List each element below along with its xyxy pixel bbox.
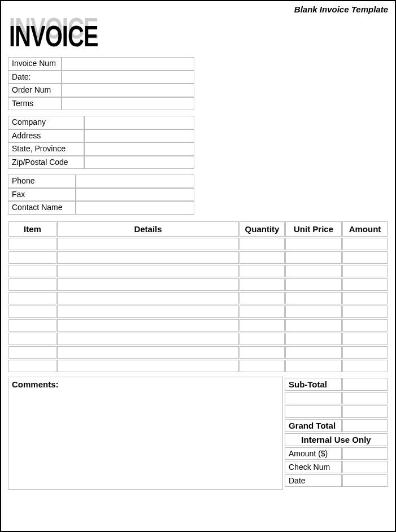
table-cell[interactable]	[8, 251, 56, 264]
label-extra-2[interactable]	[285, 405, 342, 418]
table-cell[interactable]	[240, 238, 285, 250]
table-cell[interactable]	[57, 306, 239, 318]
value-zip[interactable]	[84, 156, 194, 169]
row-internal-date: Date	[285, 474, 388, 487]
table-cell[interactable]	[240, 278, 285, 291]
row-internal-check: Check Num	[285, 461, 388, 473]
table-cell[interactable]	[57, 278, 239, 291]
table-cell[interactable]	[57, 238, 239, 250]
header-details: Details	[57, 221, 239, 237]
table-cell[interactable]	[285, 319, 342, 332]
value-date[interactable]	[62, 71, 194, 84]
invoice-page: Blank Invoice Template INVOICE INVOICE I…	[0, 0, 396, 532]
table-cell[interactable]	[240, 319, 285, 332]
table-row	[8, 346, 388, 359]
table-row	[8, 292, 388, 304]
table-cell[interactable]	[285, 278, 342, 291]
row-phone: Phone	[8, 175, 194, 188]
table-cell[interactable]	[57, 319, 239, 332]
table-cell[interactable]	[57, 251, 239, 264]
table-cell[interactable]	[57, 346, 239, 359]
value-phone[interactable]	[76, 175, 194, 188]
table-row	[8, 333, 388, 345]
label-extra-1[interactable]	[285, 392, 342, 404]
row-state: State, Province	[8, 142, 194, 156]
value-extra-1[interactable]	[342, 392, 388, 404]
table-cell[interactable]	[240, 265, 285, 277]
table-cell[interactable]	[240, 292, 285, 304]
table-cell[interactable]	[285, 251, 342, 264]
row-internal-amount: Amount ($)	[285, 447, 388, 460]
table-cell[interactable]	[240, 333, 285, 345]
table-cell[interactable]	[57, 292, 239, 304]
row-contact-name: Contact Name	[8, 201, 194, 215]
table-cell[interactable]	[285, 238, 342, 250]
table-cell[interactable]	[8, 306, 56, 318]
table-cell[interactable]	[8, 346, 56, 359]
items-table: Item Details Quantity Unit Price Amount	[8, 220, 388, 373]
table-cell[interactable]	[342, 278, 388, 291]
table-row	[8, 319, 388, 332]
row-date: Date:	[8, 71, 194, 84]
table-cell[interactable]	[57, 360, 239, 372]
table-cell[interactable]	[342, 306, 388, 318]
table-cell[interactable]	[57, 265, 239, 277]
table-cell[interactable]	[8, 292, 56, 304]
label-internal-check: Check Num	[285, 461, 342, 473]
table-cell[interactable]	[240, 306, 285, 318]
table-cell[interactable]	[240, 251, 285, 264]
table-cell[interactable]	[240, 360, 285, 372]
value-extra-2[interactable]	[342, 405, 388, 418]
table-cell[interactable]	[285, 333, 342, 345]
table-cell[interactable]	[342, 238, 388, 250]
table-row	[8, 251, 388, 264]
table-cell[interactable]	[342, 360, 388, 372]
table-cell[interactable]	[8, 238, 56, 250]
value-order-num[interactable]	[62, 84, 194, 97]
value-address[interactable]	[84, 129, 194, 143]
table-cell[interactable]	[8, 319, 56, 332]
table-cell[interactable]	[342, 265, 388, 277]
table-cell[interactable]	[8, 333, 56, 345]
table-cell[interactable]	[8, 278, 56, 291]
table-cell[interactable]	[285, 346, 342, 359]
value-internal-check[interactable]	[342, 461, 388, 473]
table-cell[interactable]	[285, 292, 342, 304]
table-cell[interactable]	[342, 346, 388, 359]
internal-use-header: Internal Use Only	[285, 433, 388, 446]
table-cell[interactable]	[342, 251, 388, 264]
value-internal-amount[interactable]	[342, 447, 388, 460]
comments-box[interactable]: Comments:	[8, 377, 283, 490]
table-cell[interactable]	[8, 360, 56, 372]
table-cell[interactable]	[285, 360, 342, 372]
row-internal-header: Internal Use Only	[285, 433, 388, 446]
table-cell[interactable]	[8, 265, 56, 277]
value-internal-date[interactable]	[342, 474, 388, 487]
items-header-row: Item Details Quantity Unit Price Amount	[8, 221, 388, 237]
label-company: Company	[8, 116, 84, 129]
header-quantity: Quantity	[240, 221, 285, 237]
contact-info-block: Phone Fax Contact Name	[8, 175, 388, 215]
label-address: Address	[8, 129, 84, 143]
label-fax: Fax	[8, 188, 76, 202]
comments-label: Comments:	[12, 380, 59, 389]
value-subtotal[interactable]	[342, 378, 388, 391]
value-company[interactable]	[84, 116, 194, 129]
table-cell[interactable]	[285, 306, 342, 318]
row-company: Company	[8, 116, 194, 129]
table-cell[interactable]	[57, 333, 239, 345]
table-cell[interactable]	[342, 292, 388, 304]
row-terms: Terms	[8, 97, 194, 111]
row-invoice-num: Invoice Num	[8, 57, 194, 71]
value-grand-total[interactable]	[342, 419, 388, 432]
value-invoice-num[interactable]	[62, 57, 194, 71]
value-terms[interactable]	[62, 97, 194, 111]
table-cell[interactable]	[285, 265, 342, 277]
value-fax[interactable]	[76, 188, 194, 202]
table-cell[interactable]	[342, 333, 388, 345]
table-cell[interactable]	[342, 319, 388, 332]
value-state[interactable]	[84, 142, 194, 156]
table-cell[interactable]	[240, 346, 285, 359]
row-extra-2	[285, 405, 388, 418]
value-contact-name[interactable]	[76, 201, 194, 215]
